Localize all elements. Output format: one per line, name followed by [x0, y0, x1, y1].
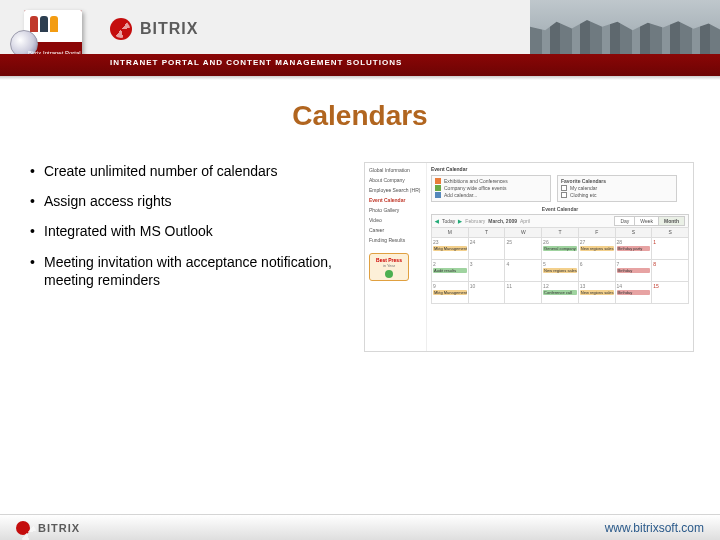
- calendar-cell[interactable]: 3: [468, 260, 505, 282]
- calendar-event[interactable]: New regions sales review: [543, 268, 577, 273]
- banner-top: Bitrix Intranet Portal BITRIX: [0, 0, 720, 54]
- calendar-cell[interactable]: 25: [505, 238, 542, 260]
- calendar-cell[interactable]: 9Mktg Management Meeting: [432, 282, 469, 304]
- sidebar-item[interactable]: Video: [369, 217, 422, 223]
- prev-month-label[interactable]: February: [465, 218, 485, 224]
- product-box-art: Bitrix Intranet Portal: [18, 6, 88, 54]
- calendar-cell[interactable]: 14Birthday: [615, 282, 652, 304]
- calendar-cell[interactable]: 27New regions sales review: [578, 238, 615, 260]
- badge-line2: in Year: [383, 263, 395, 268]
- calendar-cell[interactable]: 15: [652, 282, 689, 304]
- calendar-event[interactable]: Mktg Management Meeting: [433, 290, 467, 295]
- sidebar-item-active[interactable]: Event Calendar: [369, 197, 422, 203]
- next-month-button[interactable]: ▶: [458, 218, 462, 224]
- day-number: 4: [506, 261, 540, 267]
- calendar-cell[interactable]: 10: [468, 282, 505, 304]
- calendar-event[interactable]: Mktg Management Meeting: [433, 246, 467, 251]
- day-number: 7: [617, 261, 651, 267]
- tab-day[interactable]: Day: [614, 216, 635, 226]
- calendar-cell[interactable]: 28Birthday party: [615, 238, 652, 260]
- header-banner: Bitrix Intranet Portal BITRIX INTRANET P…: [0, 0, 720, 80]
- day-number: 5: [543, 261, 577, 267]
- skyline-art: [530, 0, 720, 54]
- day-number: 11: [506, 283, 540, 289]
- sidebar-item[interactable]: Career: [369, 227, 422, 233]
- legend-label[interactable]: Exhibitions and Conferences: [444, 178, 508, 184]
- brand-swirl-icon: [110, 18, 132, 40]
- calendar-cell[interactable]: 24: [468, 238, 505, 260]
- calendar-cell[interactable]: 12Conference call: [542, 282, 579, 304]
- calendar-title: Event Calendar: [431, 206, 689, 212]
- prev-month-button[interactable]: ◀: [435, 218, 439, 224]
- calendar-cell[interactable]: 23Mktg Management Meeting: [432, 238, 469, 260]
- sidebar-item[interactable]: Employee Search (HR): [369, 187, 422, 193]
- color-swatch: [435, 185, 441, 191]
- slide-content: Create unlimited number of calendars Ass…: [0, 132, 720, 352]
- calendar-legend-left: Exhibitions and Conferences Company wide…: [431, 175, 551, 202]
- calendar-event[interactable]: Birthday party: [617, 246, 651, 251]
- legend-title: Favorite Calendars: [561, 178, 673, 184]
- calendar-cell[interactable]: 2Audit results: [432, 260, 469, 282]
- brand-name: BITRIX: [140, 20, 198, 38]
- day-number: 1: [653, 239, 687, 245]
- calendar-event[interactable]: New regions sales review: [580, 290, 614, 295]
- shot-main: Event Calendar Exhibitions and Conferenc…: [427, 163, 693, 351]
- bullet-item: Integrated with MS Outlook: [30, 222, 350, 240]
- calendar-cell[interactable]: 6: [578, 260, 615, 282]
- check-icon: [385, 270, 393, 278]
- checkbox-icon[interactable]: [561, 192, 567, 198]
- bullet-list: Create unlimited number of calendars Ass…: [30, 162, 350, 352]
- checkbox-icon[interactable]: [561, 185, 567, 191]
- dow-header: T: [542, 228, 579, 238]
- butterfly-art: [450, 0, 520, 48]
- calendar-legend-right: Favorite Calendars My calendar Clothing …: [557, 175, 677, 202]
- tab-week[interactable]: Week: [635, 216, 659, 226]
- sidebar-item[interactable]: Funding Results: [369, 237, 422, 243]
- calendar-event[interactable]: Birthday: [617, 290, 651, 295]
- day-number: 25: [506, 239, 540, 245]
- shot-sidebar: Global Information About Company Employe…: [365, 163, 427, 351]
- today-button[interactable]: Today: [442, 218, 455, 224]
- day-number: 9: [433, 283, 467, 289]
- calendar-event[interactable]: New regions sales review: [580, 246, 614, 251]
- day-number: 26: [543, 239, 577, 245]
- legend-label[interactable]: Company wide office events: [444, 185, 506, 191]
- calendar-event[interactable]: Conference call: [543, 290, 577, 295]
- day-number: 6: [580, 261, 614, 267]
- dow-header: F: [578, 228, 615, 238]
- day-number: 13: [580, 283, 614, 289]
- section-title: Event Calendar: [431, 166, 689, 172]
- bullet-item: Meeting invitation with acceptance notif…: [30, 253, 350, 289]
- calendar-cell[interactable]: 13New regions sales review: [578, 282, 615, 304]
- footer: BITRIX www.bitrixsoft.com: [0, 514, 720, 540]
- tab-month[interactable]: Month: [659, 216, 685, 226]
- brand-swirl-icon: [16, 521, 30, 535]
- legend-label[interactable]: Clothing etc: [570, 192, 596, 198]
- bullet-item: Assign access rights: [30, 192, 350, 210]
- calendar-cell[interactable]: 26General company strategy: [542, 238, 579, 260]
- legend-add-calendar[interactable]: Add calendar...: [444, 192, 477, 198]
- calendar-cell[interactable]: 4: [505, 260, 542, 282]
- calendar-event[interactable]: General company strategy: [543, 246, 577, 251]
- legend-label[interactable]: My calendar: [570, 185, 597, 191]
- bullet-item: Create unlimited number of calendars: [30, 162, 350, 180]
- calendar-event[interactable]: Birthday: [617, 268, 651, 273]
- color-swatch: [435, 192, 441, 198]
- calendar-cell[interactable]: 7Birthday: [615, 260, 652, 282]
- day-number: 15: [653, 283, 687, 289]
- calendar-cell[interactable]: 8: [652, 260, 689, 282]
- dow-header: S: [652, 228, 689, 238]
- day-number: 12: [543, 283, 577, 289]
- sidebar-item[interactable]: Global Information: [369, 167, 422, 173]
- sidebar-item[interactable]: About Company: [369, 177, 422, 183]
- calendar-cell[interactable]: 11: [505, 282, 542, 304]
- dow-header: W: [505, 228, 542, 238]
- footer-url[interactable]: www.bitrixsoft.com: [605, 521, 704, 535]
- dow-header: T: [468, 228, 505, 238]
- calendar-cell[interactable]: 5New regions sales review: [542, 260, 579, 282]
- day-number: 14: [617, 283, 651, 289]
- calendar-event[interactable]: Audit results: [433, 268, 467, 273]
- next-month-label[interactable]: April: [520, 218, 530, 224]
- sidebar-item[interactable]: Photo Gallery: [369, 207, 422, 213]
- calendar-cell[interactable]: 1: [652, 238, 689, 260]
